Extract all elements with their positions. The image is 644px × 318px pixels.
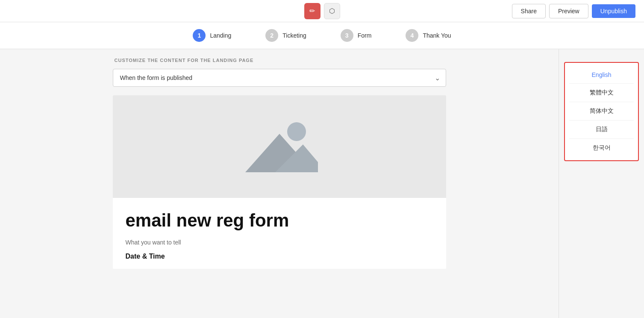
shape-icon: ⬡ bbox=[329, 7, 335, 15]
page-container: CUSTOMIZE THE CONTENT FOR THE LANDING PA… bbox=[113, 58, 446, 314]
step-number-2: 2 bbox=[270, 32, 273, 39]
card-body: email new reg form What you want to tell… bbox=[113, 198, 446, 269]
steps-bar: 1 Landing 2 Ticketing 3 Form 4 Thank You bbox=[0, 22, 644, 49]
unpublish-button[interactable]: Unpublish bbox=[592, 4, 635, 18]
step-circle-1: 1 bbox=[193, 29, 206, 42]
publish-dropdown[interactable]: When the form is published Always Never bbox=[113, 69, 446, 87]
toolbar: ✏ ⬡ Share Preview Unpublish bbox=[0, 0, 644, 22]
steps-container: 1 Landing 2 Ticketing 3 Form 4 Thank You bbox=[193, 29, 451, 42]
step-circle-4: 4 bbox=[406, 29, 418, 42]
svg-point-0 bbox=[287, 122, 306, 141]
step-landing[interactable]: 1 Landing bbox=[193, 29, 231, 42]
step-thank-you[interactable]: 4 Thank You bbox=[406, 29, 451, 42]
language-item-simplified-chinese[interactable]: 简体中文 bbox=[565, 102, 638, 120]
edit-button[interactable]: ✏ bbox=[304, 3, 321, 19]
step-circle-3: 3 bbox=[341, 29, 353, 42]
step-label-ticketing: Ticketing bbox=[282, 32, 306, 39]
step-circle-2: 2 bbox=[265, 29, 278, 42]
language-item-japanese[interactable]: 日語 bbox=[565, 121, 638, 138]
card-title: email new reg form bbox=[126, 211, 433, 230]
preview-button[interactable]: Preview bbox=[549, 4, 588, 18]
step-form[interactable]: 3 Form bbox=[341, 29, 372, 42]
step-label-landing: Landing bbox=[210, 32, 231, 39]
section-title: CUSTOMIZE THE CONTENT FOR THE LANDING PA… bbox=[113, 58, 446, 63]
toolbar-center: ✏ ⬡ bbox=[304, 3, 340, 19]
dropdown-wrapper: When the form is published Always Never … bbox=[113, 69, 446, 87]
card-section-heading: Date & Time bbox=[126, 253, 433, 260]
step-number-3: 3 bbox=[345, 32, 349, 39]
language-item-traditional-chinese[interactable]: 繁體中文 bbox=[565, 84, 638, 102]
language-item-english[interactable]: English bbox=[565, 66, 638, 83]
main-layout: CUSTOMIZE THE CONTENT FOR THE LANDING PA… bbox=[0, 49, 644, 318]
language-panel: English 繁體中文 简体中文 日語 한국어 bbox=[564, 62, 639, 161]
edit-icon: ✏ bbox=[309, 7, 315, 15]
step-ticketing[interactable]: 2 Ticketing bbox=[265, 29, 306, 42]
share-button[interactable]: Share bbox=[512, 4, 546, 18]
preview-card: email new reg form What you want to tell… bbox=[113, 95, 446, 269]
content-area: CUSTOMIZE THE CONTENT FOR THE LANDING PA… bbox=[0, 49, 559, 318]
share-tool-button[interactable]: ⬡ bbox=[324, 3, 340, 19]
step-number-4: 4 bbox=[411, 32, 414, 39]
toolbar-right: Share Preview Unpublish bbox=[512, 4, 635, 18]
step-label-thank-you: Thank You bbox=[423, 32, 451, 39]
card-subtitle: What you want to tell bbox=[126, 239, 433, 246]
image-placeholder bbox=[113, 95, 446, 198]
language-item-korean[interactable]: 한국어 bbox=[565, 139, 638, 157]
step-label-form: Form bbox=[358, 32, 372, 39]
right-sidebar: English 繁體中文 简体中文 日語 한국어 bbox=[559, 49, 644, 318]
placeholder-image-icon bbox=[241, 117, 318, 177]
step-number-1: 1 bbox=[198, 32, 201, 39]
